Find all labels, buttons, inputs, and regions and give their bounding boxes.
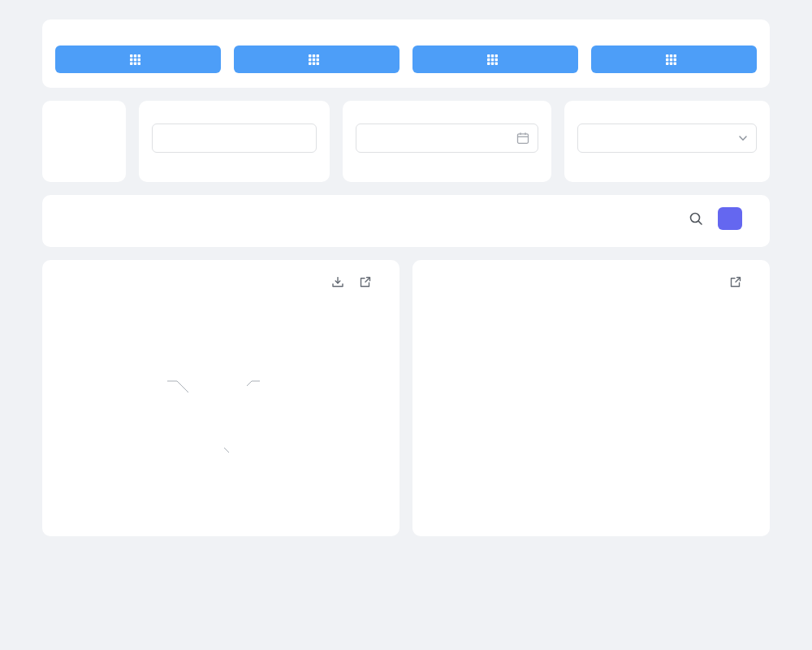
dashboard-page bbox=[0, 0, 812, 650]
date-range-box[interactable] bbox=[356, 124, 538, 153]
line-sum-row bbox=[425, 304, 757, 329]
save-image-icon[interactable] bbox=[331, 275, 344, 288]
grid-icon bbox=[309, 54, 319, 65]
grid-icon bbox=[666, 54, 676, 65]
search-icon[interactable] bbox=[689, 211, 703, 226]
accident-count-card bbox=[42, 101, 126, 182]
pie[interactable] bbox=[177, 363, 261, 448]
monthly-line-chart[interactable] bbox=[425, 349, 758, 456]
table-titlebar bbox=[55, 206, 757, 231]
grid-icon bbox=[487, 54, 498, 65]
time-filter-card bbox=[343, 101, 551, 182]
external-link-icon[interactable] bbox=[359, 275, 372, 288]
view-material-list-button[interactable] bbox=[55, 46, 221, 73]
pie-sum-row bbox=[55, 304, 387, 329]
external-link-icon[interactable] bbox=[729, 275, 742, 288]
add-record-button[interactable] bbox=[718, 207, 742, 230]
chart-titlebar bbox=[425, 273, 757, 291]
chart-titlebar bbox=[55, 273, 387, 291]
calendar-icon[interactable] bbox=[516, 132, 529, 145]
filter-row bbox=[42, 101, 770, 182]
charts-row bbox=[42, 260, 770, 536]
view-quality-records-button[interactable] bbox=[412, 46, 578, 73]
date-range-input[interactable] bbox=[365, 132, 512, 145]
process-stats-card bbox=[42, 260, 400, 536]
user-select[interactable] bbox=[577, 124, 757, 153]
grid-icon bbox=[130, 54, 140, 65]
accident-detail-card bbox=[42, 195, 770, 247]
doc-no-search-input[interactable] bbox=[161, 132, 308, 145]
monthly-count-card bbox=[412, 260, 770, 536]
doc-no-filter-card bbox=[139, 101, 330, 182]
shortcut-button-row bbox=[55, 46, 757, 73]
user-select-input[interactable] bbox=[586, 132, 733, 145]
process-pie-chart bbox=[55, 334, 387, 505]
doc-no-search-box[interactable] bbox=[152, 124, 317, 153]
chevron-down-icon[interactable] bbox=[738, 133, 748, 143]
view-process-list-button[interactable] bbox=[234, 46, 400, 73]
add-quality-accident-button[interactable] bbox=[591, 46, 757, 73]
shortcuts-card bbox=[42, 20, 770, 88]
operator-filter-card bbox=[564, 101, 770, 182]
